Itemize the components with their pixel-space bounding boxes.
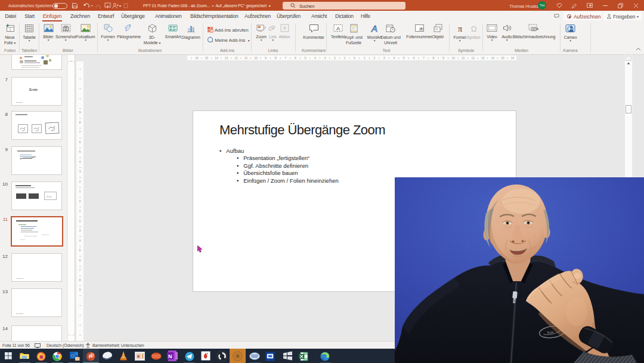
svg-text:Ω: Ω — [470, 24, 476, 33]
svg-text:π: π — [458, 24, 462, 33]
svg-text:N: N — [168, 353, 172, 359]
svg-text:P: P — [89, 353, 92, 359]
svg-text:A: A — [371, 24, 377, 33]
svg-text:A: A — [336, 25, 340, 32]
